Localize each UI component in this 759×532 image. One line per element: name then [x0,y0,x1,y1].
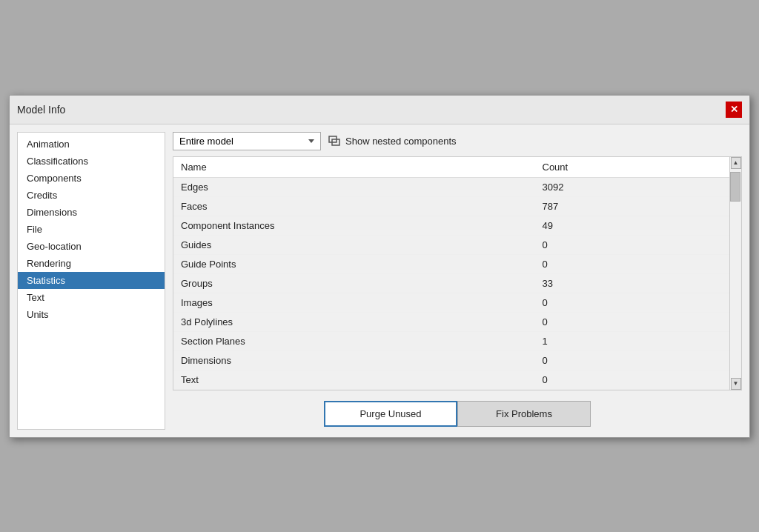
row-count: 49 [535,216,730,235]
table-row: Component Instances49 [173,216,729,235]
table-row: Images0 [173,293,729,312]
statistics-table: Name Count Edges3092Faces787Component In… [173,157,729,390]
scrollbar[interactable]: ▲ ▼ [729,157,741,390]
row-name: Component Instances [173,216,535,235]
table-row: Guide Points0 [173,254,729,273]
row-name: Guides [173,235,535,254]
row-name: Images [173,293,535,312]
row-count: 0 [535,293,730,312]
bottom-buttons: Purge Unused Fix Problems [173,396,742,430]
row-name: Text [173,370,535,389]
table-row: 3d Polylines0 [173,312,729,331]
sidebar-item-components[interactable]: Components [18,170,165,187]
row-count: 33 [535,273,730,293]
col-header-count: Count [535,157,730,178]
row-count: 0 [535,254,730,273]
row-count: 3092 [535,177,730,196]
sidebar-item-file[interactable]: File [18,221,165,238]
table-row: Edges3092 [173,177,729,196]
table-header: Name Count [173,157,729,178]
scrollbar-thumb[interactable] [730,172,740,202]
row-name: Edges [173,177,535,196]
row-name: Section Planes [173,331,535,350]
table-inner: Name Count Edges3092Faces787Component In… [173,157,729,390]
table-row: Groups33 [173,273,729,293]
sidebar-item-rendering[interactable]: Rendering [18,255,165,272]
show-nested-button[interactable]: Show nested components [328,134,457,147]
dialog-title: Model Info [17,104,65,116]
table-row: Section Planes1 [173,331,729,350]
row-count: 1 [535,331,730,350]
dialog-body: AnimationClassificationsComponentsCredit… [10,124,749,437]
scroll-up-button[interactable]: ▲ [731,157,741,169]
row-count: 0 [535,312,730,331]
table-row: Dimensions0 [173,350,729,370]
title-bar: Model Info ✕ [10,96,749,124]
table-row: Text0 [173,370,729,389]
sidebar-item-geo-location[interactable]: Geo-location [18,238,165,255]
row-name: Dimensions [173,350,535,370]
sidebar-item-classifications[interactable]: Classifications [18,153,165,170]
table-body: Edges3092Faces787Component Instances49Gu… [173,177,729,389]
col-header-name: Name [173,157,535,178]
model-scope-dropdown[interactable]: Entire model Selection [173,132,321,150]
stats-table-container: Name Count Edges3092Faces787Component In… [173,156,742,390]
row-name: Groups [173,273,535,293]
row-name: 3d Polylines [173,312,535,331]
row-count: 0 [535,235,730,254]
table-row: Faces787 [173,196,729,216]
main-content: Entire model Selection Show nested compo… [173,132,742,430]
nested-label: Show nested components [345,136,457,147]
sidebar: AnimationClassificationsComponentsCredit… [17,132,165,430]
sidebar-item-statistics[interactable]: Statistics [18,272,165,289]
fix-problems-button[interactable]: Fix Problems [457,401,591,427]
nested-icon [328,134,342,147]
sidebar-item-text[interactable]: Text [18,289,165,306]
sidebar-item-units[interactable]: Units [18,306,165,323]
toolbar-row: Entire model Selection Show nested compo… [173,132,742,150]
row-count: 0 [535,350,730,370]
table-row: Guides0 [173,235,729,254]
sidebar-item-dimensions[interactable]: Dimensions [18,204,165,221]
sidebar-item-animation[interactable]: Animation [18,136,165,153]
row-count: 787 [535,196,730,216]
row-count: 0 [535,370,730,389]
row-name: Guide Points [173,254,535,273]
purge-unused-button[interactable]: Purge Unused [324,401,457,427]
scrollbar-track[interactable] [730,169,741,378]
row-name: Faces [173,196,535,216]
close-button[interactable]: ✕ [726,102,742,118]
model-info-dialog: Model Info ✕ AnimationClassificationsCom… [9,95,750,438]
scroll-down-button[interactable]: ▼ [731,378,741,390]
sidebar-item-credits[interactable]: Credits [18,187,165,204]
